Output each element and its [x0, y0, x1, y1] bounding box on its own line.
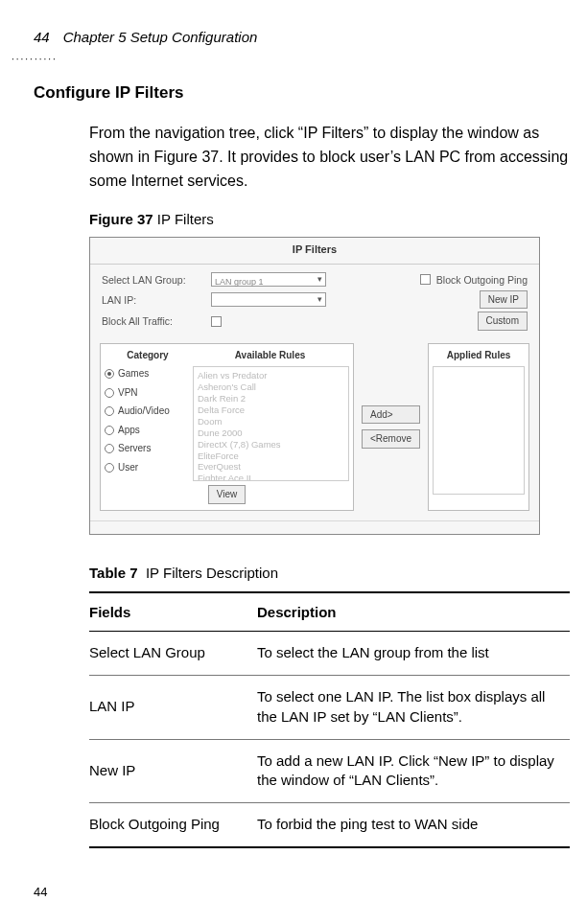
- category-option[interactable]: User: [105, 460, 189, 475]
- cell-field: New IP: [89, 739, 257, 802]
- select-lan-group-value: LAN group 1: [212, 277, 264, 287]
- table-header-description: Description: [257, 592, 570, 632]
- radio-icon: [105, 369, 114, 379]
- table-caption: Table 7 IP Filters Description: [89, 562, 570, 584]
- list-item[interactable]: EverQuest: [198, 461, 344, 473]
- cell-desc: To forbid the ping test to WAN side: [257, 802, 570, 846]
- list-item[interactable]: DirectX (7,8) Games: [198, 439, 344, 450]
- cell-field: LAN IP: [89, 676, 257, 739]
- category-option[interactable]: Games: [105, 366, 189, 381]
- page-header: 44 Chapter 5 Setup Configuration: [34, 29, 570, 45]
- col-header-category: Category: [105, 348, 191, 363]
- category-option[interactable]: Apps: [105, 423, 189, 438]
- radio-icon: [105, 444, 114, 453]
- table-row: Select LAN Group To select the LAN group…: [89, 632, 570, 676]
- category-option[interactable]: Servers: [105, 441, 189, 456]
- list-item[interactable]: Dune 2000: [198, 427, 344, 439]
- radio-icon: [105, 406, 114, 416]
- applied-rules-panel: Applied Rules: [428, 343, 529, 511]
- col-header-available-rules: Available Rules: [191, 348, 349, 363]
- cell-desc: To select the LAN group from the list: [257, 632, 570, 676]
- table-title: IP Filters Description: [146, 565, 278, 581]
- view-button[interactable]: View: [208, 485, 247, 504]
- section-title: Configure IP Filters: [34, 83, 570, 103]
- table-row: LAN IP To select one LAN IP. The list bo…: [89, 676, 570, 739]
- radio-icon: [105, 426, 114, 435]
- label-block-all-traffic: Block All Traffic:: [102, 313, 205, 329]
- transfer-buttons: Add> <Remove: [360, 343, 422, 511]
- list-item[interactable]: Doom: [198, 416, 344, 427]
- table-row: Block Outgoing Ping To forbid the ping t…: [89, 802, 570, 846]
- label-select-lan-group: Select LAN Group:: [102, 272, 205, 288]
- ip-filters-description-table: Fields Description Select LAN Group To s…: [89, 591, 570, 847]
- select-lan-group-dropdown[interactable]: LAN group 1: [211, 272, 326, 287]
- list-item[interactable]: Asheron's Call: [198, 381, 344, 393]
- col-header-applied-rules: Applied Rules: [433, 348, 525, 363]
- body-paragraph: From the navigation tree, click “IP Filt…: [89, 122, 570, 193]
- available-rules-listbox[interactable]: Alien vs Predator Asheron's Call Dark Re…: [193, 366, 349, 481]
- header-chapter-title: Chapter 5 Setup Configuration: [63, 29, 258, 45]
- label-block-outgoing-ping: Block Outgoing Ping: [436, 272, 528, 288]
- figure-form-area: Select LAN Group: LAN group 1 Block Outg…: [90, 265, 539, 339]
- figure-label: Figure 37: [89, 211, 153, 227]
- new-ip-button[interactable]: New IP: [480, 290, 528, 310]
- figure-footer-bar: [90, 520, 539, 534]
- cell-desc: To select one LAN IP. The list box displ…: [257, 676, 570, 739]
- list-item[interactable]: Alien vs Predator: [198, 370, 344, 381]
- table-row: New IP To add a new LAN IP. Click “New I…: [89, 739, 570, 802]
- checkbox-block-all-traffic[interactable]: [211, 316, 222, 327]
- figure-panel-title: IP Filters: [90, 238, 539, 265]
- table-header-fields: Fields: [89, 592, 257, 632]
- checkbox-block-outgoing-ping[interactable]: [420, 274, 431, 285]
- figure-ip-filters-screenshot: IP Filters Select LAN Group: LAN group 1…: [89, 237, 540, 535]
- list-item[interactable]: Delta Force: [198, 404, 344, 416]
- header-page-number: 44: [34, 29, 50, 45]
- select-lan-ip-dropdown[interactable]: [211, 292, 326, 307]
- list-item[interactable]: Fighter Ace II: [198, 473, 344, 481]
- figure-caption: Figure 37 IP Filters: [89, 208, 570, 230]
- cell-desc: To add a new LAN IP. Click “New IP” to d…: [257, 739, 570, 802]
- table-label: Table 7: [89, 565, 138, 581]
- available-rules-panel: Category Available Rules Games VPN Audio…: [100, 343, 354, 511]
- list-item[interactable]: EliteForce: [198, 450, 344, 462]
- label-lan-ip: LAN IP:: [102, 292, 205, 308]
- add-rule-button[interactable]: Add>: [362, 405, 420, 425]
- footer-page-number: 44: [34, 885, 47, 899]
- category-list: Games VPN Audio/Video Apps Servers User: [105, 366, 189, 481]
- category-option[interactable]: Audio/Video: [105, 404, 189, 419]
- header-decor-dots: ··········: [12, 54, 58, 64]
- applied-rules-listbox[interactable]: [433, 366, 525, 495]
- figure-title: IP Filters: [157, 211, 214, 227]
- custom-button[interactable]: Custom: [478, 312, 528, 331]
- remove-rule-button[interactable]: <Remove: [362, 429, 420, 449]
- radio-icon: [105, 463, 114, 473]
- list-item[interactable]: Dark Rein 2: [198, 393, 344, 404]
- cell-field: Block Outgoing Ping: [89, 802, 257, 846]
- radio-icon: [105, 388, 114, 398]
- category-option[interactable]: VPN: [105, 385, 189, 401]
- cell-field: Select LAN Group: [89, 632, 257, 676]
